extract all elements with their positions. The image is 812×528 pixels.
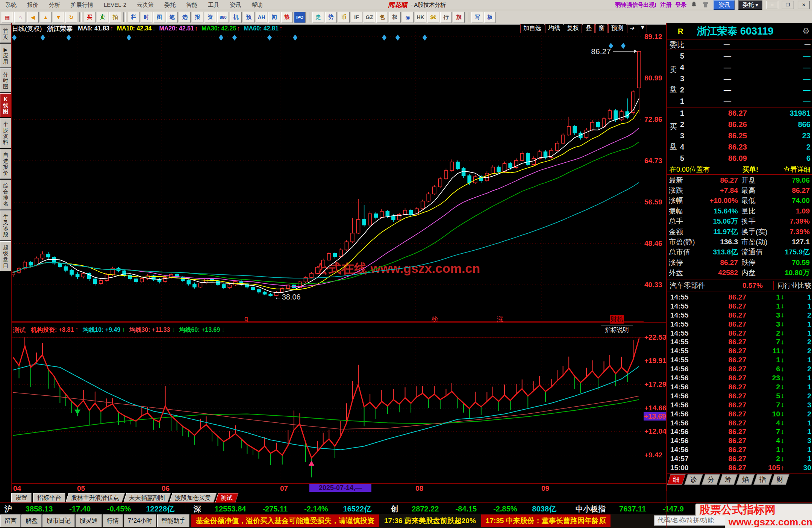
sidebar-item-自选报价[interactable]: 自选报价 xyxy=(0,149,11,179)
restore-button[interactable]: ❐ xyxy=(782,1,794,9)
broker-button[interactable]: 委托 ▾ xyxy=(738,0,762,10)
toolbar-icon-7[interactable]: 买 xyxy=(84,12,95,23)
toolbar-icon-17[interactable]: 资 xyxy=(205,12,216,23)
register-link[interactable]: 注册 xyxy=(660,2,671,9)
menu-item-扩展行情[interactable]: 扩展行情 xyxy=(65,2,98,9)
toolbar-icon-26[interactable]: 走 xyxy=(312,12,324,23)
menu-item-帮助[interactable]: 帮助 xyxy=(246,2,268,9)
shirt-icon[interactable] xyxy=(701,1,710,9)
status-button-7*24小时[interactable]: 7*24小时 xyxy=(124,514,156,527)
panel-tab-筹[interactable]: 筹 xyxy=(719,474,737,485)
toolbar-icon-18[interactable]: 880 xyxy=(217,12,229,23)
toolbar-icon-33[interactable]: ◉ xyxy=(402,12,414,23)
panel-tab-焰[interactable]: 焰 xyxy=(736,474,754,485)
status-button-留言[interactable]: 留言 xyxy=(0,514,21,527)
panel-tab-分[interactable]: 分 xyxy=(701,474,720,485)
toolbar-icon-12[interactable]: 时 xyxy=(141,12,152,23)
status-button-行情[interactable]: 行情 xyxy=(103,514,123,527)
sidebar-item-个股资料[interactable]: 个股资料 xyxy=(0,118,11,148)
toolbar-icon-36[interactable]: 行 xyxy=(440,12,452,23)
sidebar-item-K线图[interactable]: K线图 xyxy=(0,93,11,117)
next-indicator-icon[interactable]: ➜ xyxy=(627,24,637,33)
toolbar-icon-15[interactable]: 选 xyxy=(179,12,191,23)
sidebar-item-超级盘口[interactable]: 超级盘口 xyxy=(0,241,11,271)
sidebar-item-牛叉诊股[interactable]: 牛叉诊股 xyxy=(0,210,11,241)
menu-item-系统[interactable]: 系统 xyxy=(0,2,22,9)
event-marker-涨[interactable]: 涨 xyxy=(497,315,503,324)
news-item-2[interactable]: 17:35 中来股份：董事长曹路因年龄原 xyxy=(481,514,611,527)
bell-icon[interactable] xyxy=(690,1,698,9)
chart-button-复权[interactable]: 复权 xyxy=(564,24,582,33)
menu-item-LEVEL-2[interactable]: LEVEL-2 xyxy=(98,2,132,9)
toolbar-icon-19[interactable]: 机 xyxy=(230,12,242,23)
industry-name[interactable]: 汽车零部件 xyxy=(670,281,705,290)
status-button-解盘[interactable]: 解盘 xyxy=(21,514,42,527)
toolbar-icon-3[interactable]: ▲ xyxy=(40,12,52,23)
toolbar-icon-21[interactable]: AH xyxy=(256,12,267,23)
sidebar-item-首页[interactable]: 首页 xyxy=(0,25,11,43)
chart-tab-设置[interactable]: 设置 xyxy=(11,493,32,503)
toolbar-icon-13[interactable]: 图 xyxy=(153,12,165,23)
event-marker-财榜[interactable]: 财榜 xyxy=(610,315,624,324)
indicator-help-button[interactable]: 指标说明 xyxy=(601,325,633,335)
status-button-智能助手[interactable]: 智能助手 xyxy=(157,514,189,527)
toolbar-icon-14[interactable]: 笔 xyxy=(166,12,178,23)
menu-item-报价[interactable]: 报价 xyxy=(22,2,44,9)
index-label-中小板指[interactable]: 中小板指 xyxy=(576,504,606,514)
toolbar-icon-37[interactable]: 旗 xyxy=(453,12,465,23)
panel-tab-细[interactable]: 细 xyxy=(667,474,685,485)
menu-item-智能[interactable]: 智能 xyxy=(181,2,203,9)
chart-button-窗[interactable]: 窗 xyxy=(595,24,607,33)
toolbar-icon-29[interactable]: IF xyxy=(351,12,362,23)
index-label-沪[interactable]: 沪 xyxy=(5,504,12,514)
menu-item-分析[interactable]: 分析 xyxy=(44,2,65,9)
toolbar-icon-16[interactable]: 报 xyxy=(192,12,203,23)
chart-button-预测[interactable]: 预测 xyxy=(608,24,626,33)
panel-tab-指[interactable]: 指 xyxy=(753,474,772,485)
close-button[interactable]: ✕ xyxy=(798,1,810,9)
dropdown-icon[interactable]: ▼ xyxy=(638,24,647,33)
kline-chart[interactable]: 公式在线 www.gszx.com.cn←38.0686.27 xyxy=(11,32,643,322)
chart-button-均线[interactable]: 均线 xyxy=(545,24,563,33)
index-label-深[interactable]: 深 xyxy=(194,504,201,514)
index-label-创[interactable]: 创 xyxy=(391,504,398,514)
chart-tab-天天躺赢副图[interactable]: 天天躺赢副图 xyxy=(123,493,171,503)
panel-tab-财[interactable]: 财 xyxy=(771,474,789,485)
status-button-股灵通[interactable]: 股灵通 xyxy=(76,514,102,527)
view-detail-link[interactable]: 查看详细 xyxy=(783,165,810,174)
indicator-chart[interactable] xyxy=(11,337,643,483)
toolbar-icon-31[interactable]: 包 xyxy=(376,12,388,23)
minimize-button[interactable]: – xyxy=(766,1,778,9)
sidebar-item-分时图[interactable]: 分时图 xyxy=(0,68,11,92)
news-button[interactable]: 资讯 xyxy=(714,0,735,10)
toolbar-icon-5[interactable]: ↻ xyxy=(65,12,77,23)
toolbar-icon-23[interactable]: 热 xyxy=(281,12,293,23)
login-link[interactable]: 登录 xyxy=(675,2,686,9)
chart-button-叠[interactable]: 叠 xyxy=(583,24,595,33)
toolbar-icon-20[interactable]: 预 xyxy=(243,12,255,23)
toolbar-icon-28[interactable]: 币 xyxy=(338,12,350,23)
toolbar-icon-22[interactable]: 闻 xyxy=(268,12,280,23)
menu-item-资讯[interactable]: 资讯 xyxy=(224,2,246,9)
menu-item-云决策[interactable]: 云决策 xyxy=(132,2,159,9)
indicator-name[interactable]: 测试 xyxy=(13,326,26,334)
toolbar-icon-0[interactable]: ▦ xyxy=(2,12,13,23)
status-button-股市日记[interactable]: 股市日记 xyxy=(42,514,75,527)
toolbar-icon-39[interactable]: 写 xyxy=(471,12,483,23)
menu-item-工具[interactable]: 工具 xyxy=(203,2,224,9)
toolbar-icon-35[interactable]: $€ xyxy=(427,12,439,23)
industry-compare-link[interactable]: 同行业比较 xyxy=(773,281,811,290)
chart-tab-指标平台[interactable]: 指标平台 xyxy=(33,493,65,503)
toolbar-icon-4[interactable]: ▼ xyxy=(53,12,64,23)
sidebar-item-综合排名[interactable]: 综合排名 xyxy=(0,180,11,210)
toolbar-icon-32[interactable]: 权 xyxy=(389,12,401,23)
news-item-1[interactable]: 17:36 蔚来美股盘前跌超20% xyxy=(379,514,481,528)
toolbar-icon-9[interactable]: 拍 xyxy=(109,12,121,23)
toolbar-icon-2[interactable]: ◀ xyxy=(27,12,39,23)
gear-icon[interactable]: ⚙ xyxy=(802,26,810,36)
chart-tab-股林主升浪潜伏点[interactable]: 股林主升浪潜伏点 xyxy=(65,493,125,503)
menu-item-委托[interactable]: 委托 xyxy=(159,2,181,9)
chart-button-加自选[interactable]: 加自选 xyxy=(520,24,544,33)
toolbar-icon-27[interactable]: 势 xyxy=(325,12,337,23)
toolbar-icon-34[interactable]: HK xyxy=(415,12,426,23)
